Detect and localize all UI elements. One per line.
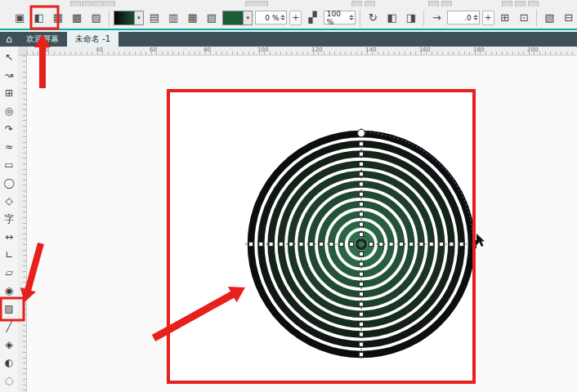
tool-artistic-media[interactable]: ≈ <box>0 138 18 156</box>
drawing-canvas[interactable] <box>27 56 577 392</box>
freeze-transparency-icon[interactable]: ▧ <box>541 10 557 26</box>
pattern-c-icon[interactable]: ▦ <box>184 10 200 26</box>
ruler-label: 140 <box>365 47 376 53</box>
reverse-transparency-icon[interactable]: ◧ <box>383 10 400 26</box>
transparency-icon: ▨ <box>4 303 13 314</box>
tool-dimension[interactable]: ↔ <box>0 228 18 246</box>
toolbar-separator <box>109 10 110 26</box>
fountain-preset-dropdown[interactable]: ▾ <box>114 11 144 25</box>
spinner-control[interactable] <box>349 15 354 20</box>
interactive-fill-icon: ◈ <box>5 339 12 350</box>
tool-text[interactable]: 字 <box>0 210 18 228</box>
texture-transparency-icon[interactable]: ▨ <box>87 10 104 26</box>
rotate-icon[interactable]: ↻ <box>365 10 381 26</box>
tool-rectangle[interactable]: ▭ <box>0 156 18 174</box>
document-tab-bar: ⌂ 欢迎屏幕未命名 -1 <box>0 32 577 47</box>
contour-icon: ◉ <box>5 285 13 296</box>
ruler-label: 120 <box>311 47 322 53</box>
connector-icon: ∟ <box>5 249 13 261</box>
app-window: ▣◧▦▩▨▾▤▥▦▧▾0 %+▞100 %↻◧◨→.0+⊞⊡▧⊟ ⌂ 欢迎屏幕未… <box>0 0 577 392</box>
tool-contour[interactable]: ◉ <box>0 282 18 300</box>
horizontal-ruler[interactable]: 20406080100120140160180200 <box>27 47 577 56</box>
apply-arrow-icon[interactable]: → <box>428 10 445 26</box>
tool-smart-fill[interactable]: ◐ <box>0 354 18 372</box>
node-color-dropdown[interactable]: ▾ <box>222 11 253 25</box>
pattern-a-icon[interactable]: ▤ <box>146 10 163 26</box>
clipped-icon[interactable] <box>70 1 81 7</box>
shape-icon: ↝ <box>5 69 13 81</box>
increment-button-1[interactable]: + <box>289 11 302 25</box>
tool-shape[interactable]: ↝ <box>0 66 18 84</box>
toolbox: ↖↝⊞◎↷≈▭◯◇字↔∟▱◉▨╱◈◐◌ <box>0 47 18 392</box>
no-transparency-icon[interactable]: ▣ <box>11 10 28 26</box>
pattern-b-icon[interactable]: ▥ <box>165 10 181 26</box>
tabs-holder: 欢迎屏幕未命名 -1 <box>18 32 119 47</box>
swatch-preview <box>114 11 134 24</box>
grid-snap-icon[interactable]: ⊞ <box>497 10 513 26</box>
chevron-down-icon: ▾ <box>134 11 143 24</box>
ruler-label: 60 <box>150 47 157 53</box>
clipped-icon[interactable] <box>351 1 362 7</box>
increment-button-2[interactable]: + <box>482 11 494 25</box>
clipped-icon[interactable] <box>528 1 539 7</box>
clipped-icon[interactable] <box>441 1 452 7</box>
zoom-icon: ◎ <box>5 105 13 117</box>
edit-transparency-icon[interactable]: ⊟ <box>561 10 577 26</box>
angle-field[interactable]: .0 <box>447 11 479 24</box>
freehand-icon: ↷ <box>5 123 13 135</box>
clipped-icon[interactable] <box>365 1 375 7</box>
spinner-control[interactable] <box>280 15 285 20</box>
node-position-field-value: 100 % <box>327 10 347 26</box>
drop-shadow-icon: ▱ <box>5 267 12 278</box>
mirror-transparency-icon[interactable]: ◨ <box>403 10 419 26</box>
node-transparency-field-value: 0 % <box>265 14 279 22</box>
tool-eyedropper[interactable]: ╱ <box>0 318 18 336</box>
home-icon: ⌂ <box>6 33 12 45</box>
midpoint-icon[interactable]: ▞ <box>304 10 320 26</box>
tool-crop[interactable]: ⊞ <box>0 84 18 102</box>
copy-transparency-icon[interactable]: ⊡ <box>516 10 532 26</box>
document-tab-2[interactable]: 未命名 -1 <box>67 32 119 47</box>
tool-polygon[interactable]: ◇ <box>0 192 18 210</box>
clipped-icon[interactable] <box>502 1 512 7</box>
spinner-control[interactable] <box>473 15 478 20</box>
clipped-icon[interactable] <box>82 1 92 7</box>
node-position-field[interactable]: 100 % <box>324 11 356 24</box>
ruler-label: 100 <box>257 47 268 53</box>
fountain-transparency-icon[interactable]: ◧ <box>30 10 47 26</box>
vertical-ruler[interactable] <box>18 56 27 392</box>
toolbar-separator <box>423 10 424 26</box>
pattern-d-icon[interactable]: ▧ <box>204 10 220 26</box>
document-tab-1[interactable]: 欢迎屏幕 <box>18 32 67 47</box>
bitmap-pattern-transparency-icon[interactable]: ▩ <box>69 10 85 26</box>
ruler-label: 80 <box>204 47 211 53</box>
dimension-icon: ↔ <box>5 231 13 243</box>
vector-pattern-transparency-icon[interactable]: ▦ <box>50 10 66 26</box>
clipped-icon[interactable] <box>93 1 104 7</box>
tool-transparency[interactable]: ▨ <box>0 300 18 318</box>
tool-freehand[interactable]: ↷ <box>0 120 18 138</box>
tool-connector[interactable]: ∟ <box>0 246 18 264</box>
clipped-icon[interactable] <box>105 1 115 7</box>
tool-drop-shadow[interactable]: ▱ <box>0 264 18 282</box>
tool-zoom[interactable]: ◎ <box>0 102 18 120</box>
home-button[interactable]: ⌂ <box>0 32 18 47</box>
tool-ellipse[interactable]: ◯ <box>0 174 18 192</box>
clipped-dropdown[interactable] <box>245 1 268 7</box>
eyedropper-icon: ╱ <box>6 321 11 332</box>
smart-fill-icon: ◐ <box>5 357 13 368</box>
tool-outline-pen[interactable]: ◌ <box>0 372 18 390</box>
toolbar-separator <box>360 10 360 26</box>
ellipse-icon: ◯ <box>3 177 14 189</box>
clipped-icon[interactable] <box>428 1 439 7</box>
ruler-origin-button[interactable] <box>18 47 27 56</box>
ruler-label: 20 <box>42 47 49 53</box>
outline-pen-icon: ◌ <box>5 375 13 386</box>
tool-pick[interactable]: ↖ <box>0 48 18 66</box>
ruler-label: 200 <box>527 47 538 53</box>
toolbar-separator <box>536 10 537 26</box>
node-transparency-field[interactable]: 0 % <box>255 11 287 24</box>
clipped-icon[interactable] <box>515 1 526 7</box>
ruler-label: 160 <box>419 47 430 53</box>
tool-interactive-fill[interactable]: ◈ <box>0 336 18 354</box>
